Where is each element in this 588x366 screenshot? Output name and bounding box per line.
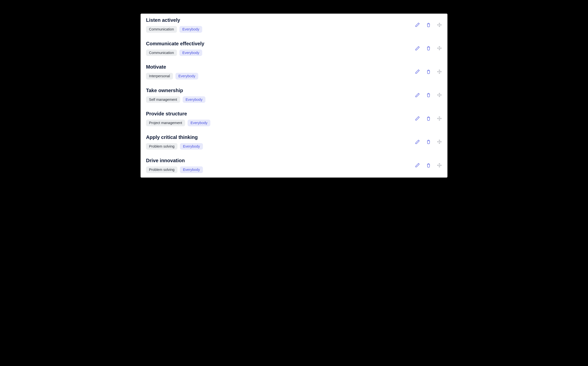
pencil-icon[interactable] xyxy=(415,92,420,98)
skill-title: Communicate effectively xyxy=(146,41,204,47)
move-icon[interactable] xyxy=(437,46,442,51)
move-icon[interactable] xyxy=(437,22,442,27)
skill-item-left: Take ownership Self management Everybody xyxy=(146,87,205,103)
skill-item: Listen actively Communication Everybody xyxy=(141,14,447,37)
category-tag: Project management xyxy=(146,120,185,126)
skill-item: Take ownership Self management Everybody xyxy=(141,84,447,107)
move-icon[interactable] xyxy=(437,139,442,145)
skill-item-left: Listen actively Communication Everybody xyxy=(146,17,202,33)
audience-tag: Everybody xyxy=(179,50,202,56)
skill-tags: Interpersonal Everybody xyxy=(146,73,198,79)
audience-tag: Everybody xyxy=(175,73,198,79)
move-icon[interactable] xyxy=(437,92,442,98)
skill-item-left: Provide structure Project management Eve… xyxy=(146,111,210,126)
trash-icon[interactable] xyxy=(426,92,431,98)
skill-item: Provide structure Project management Eve… xyxy=(141,107,447,131)
pencil-icon[interactable] xyxy=(415,69,420,74)
move-icon[interactable] xyxy=(437,116,442,121)
category-tag: Communication xyxy=(146,26,177,33)
move-icon[interactable] xyxy=(437,162,442,168)
trash-icon[interactable] xyxy=(426,162,431,168)
skill-title: Listen actively xyxy=(146,17,202,23)
skill-actions xyxy=(415,162,442,168)
skill-item: Motivate Interpersonal Everybody xyxy=(141,60,447,84)
skill-item-left: Drive innovation Problem solving Everybo… xyxy=(146,157,203,173)
skill-item: Communicate effectively Communication Ev… xyxy=(141,37,447,61)
category-tag: Problem solving xyxy=(146,166,177,173)
audience-tag: Everybody xyxy=(188,120,211,126)
category-tag: Self management xyxy=(146,96,180,103)
skill-actions xyxy=(415,22,442,27)
pencil-icon[interactable] xyxy=(415,22,420,27)
trash-icon[interactable] xyxy=(426,139,431,145)
pencil-icon[interactable] xyxy=(415,116,420,121)
skill-item-left: Communicate effectively Communication Ev… xyxy=(146,41,204,56)
audience-tag: Everybody xyxy=(180,143,203,150)
category-tag: Problem solving xyxy=(146,143,177,150)
skill-tags: Communication Everybody xyxy=(146,26,202,33)
audience-tag: Everybody xyxy=(180,166,203,173)
skill-title: Apply critical thinking xyxy=(146,134,203,140)
skill-title: Provide structure xyxy=(146,111,210,117)
skill-title: Motivate xyxy=(146,64,198,70)
category-tag: Interpersonal xyxy=(146,73,173,79)
pencil-icon[interactable] xyxy=(415,139,420,145)
trash-icon[interactable] xyxy=(426,46,431,51)
skill-item-left: Motivate Interpersonal Everybody xyxy=(146,64,198,79)
skill-tags: Project management Everybody xyxy=(146,120,210,126)
trash-icon[interactable] xyxy=(426,22,431,27)
skill-actions xyxy=(415,116,442,121)
category-tag: Communication xyxy=(146,50,177,56)
skill-title: Take ownership xyxy=(146,87,205,93)
skill-title: Drive innovation xyxy=(146,157,203,163)
skill-actions xyxy=(415,69,442,74)
skills-panel: Listen actively Communication Everybody … xyxy=(141,14,447,178)
skill-tags: Problem solving Everybody xyxy=(146,143,203,150)
audience-tag: Everybody xyxy=(179,26,202,33)
skill-tags: Self management Everybody xyxy=(146,96,205,103)
skill-item-left: Apply critical thinking Problem solving … xyxy=(146,134,203,150)
skill-actions xyxy=(415,92,442,98)
skill-actions xyxy=(415,46,442,51)
trash-icon[interactable] xyxy=(426,116,431,121)
audience-tag: Everybody xyxy=(183,96,206,103)
trash-icon[interactable] xyxy=(426,69,431,74)
skill-tags: Communication Everybody xyxy=(146,50,204,56)
skill-item: Apply critical thinking Problem solving … xyxy=(141,131,447,154)
skill-actions xyxy=(415,139,442,145)
move-icon[interactable] xyxy=(437,69,442,74)
pencil-icon[interactable] xyxy=(415,162,420,168)
skill-item: Drive innovation Problem solving Everybo… xyxy=(141,154,447,178)
skill-tags: Problem solving Everybody xyxy=(146,166,203,173)
pencil-icon[interactable] xyxy=(415,46,420,51)
